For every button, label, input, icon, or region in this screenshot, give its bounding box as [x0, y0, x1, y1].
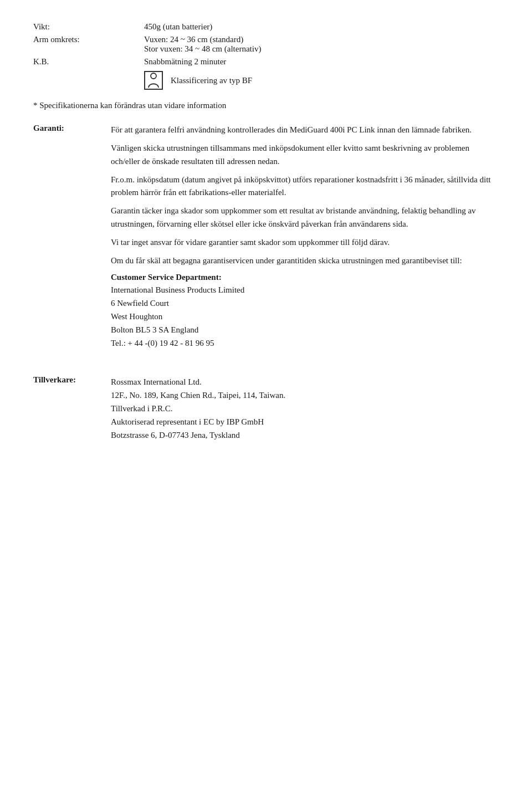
- garanti-paragraph-5: Vi tar inget ansvar för vidare garantier…: [111, 236, 499, 249]
- customer-service-heading: Customer Service Department:: [111, 273, 499, 282]
- arm-row: Arm omkrets: Vuxen: 24 ~ 36 cm (standard…: [33, 35, 499, 54]
- garanti-paragraph-6: Om du får skäl att begagna garantiservic…: [111, 254, 499, 267]
- garanti-paragraph-2: Vänligen skicka utrustningen tillsammans…: [111, 142, 499, 168]
- garanti-label: Garanti:: [33, 124, 111, 133]
- klassificering-label: Klassificering av typ BF: [171, 76, 252, 85]
- company-name: International Business Products Limited: [111, 283, 499, 297]
- tillverkare-authorized: Auktoriserad representant i EC by IBP Gm…: [111, 415, 499, 428]
- street: 6 Newfield Court: [111, 297, 499, 310]
- klassificering-row: Klassificering av typ BF: [33, 71, 499, 90]
- tillverkare-section: Tillverkare: Rossmax International Ltd. …: [33, 375, 499, 442]
- garanti-content: För att garantera felfri användning kont…: [111, 124, 499, 359]
- kb-label: K.B.: [33, 57, 144, 67]
- svg-point-0: [151, 73, 156, 79]
- tillverkare-address1: 12F., No. 189, Kang Chien Rd., Taipei, 1…: [111, 389, 499, 402]
- garanti-section: Garanti: För att garantera felfri använd…: [33, 124, 499, 359]
- tillverkare-label: Tillverkare:: [33, 375, 111, 385]
- county: Bolton BL5 3 SA England: [111, 323, 499, 336]
- garanti-paragraph-1: För att garantera felfri användning kont…: [111, 124, 499, 136]
- vikt-label: Vikt:: [33, 22, 144, 32]
- garanti-paragraph-4: Garantin täcker inga skador som uppkomme…: [111, 205, 499, 231]
- klassificering-content: Klassificering av typ BF: [144, 71, 499, 90]
- tillverkare-prc: Tillverkad i P.R.C.: [111, 402, 499, 415]
- phone: Tel.: + 44 -(0) 19 42 - 81 96 95: [111, 336, 499, 350]
- kb-value: Snabbmätning 2 minuter: [144, 57, 499, 67]
- spec-note: * Specifikationerna kan förändras utan v…: [33, 101, 499, 110]
- person-icon: [144, 71, 163, 90]
- arm-label: Arm omkrets:: [33, 35, 144, 44]
- customer-service-address: International Business Products Limited …: [111, 283, 499, 350]
- tillverkare-botz: Botzstrasse 6, D-07743 Jena, Tyskland: [111, 428, 499, 442]
- vikt-value: 450g (utan batterier): [144, 22, 499, 32]
- arm-value: Vuxen: 24 ~ 36 cm (standard) Stor vuxen:…: [144, 35, 499, 54]
- page-content: Vikt: 450g (utan batterier) Arm omkrets:…: [33, 22, 499, 442]
- vikt-row: Vikt: 450g (utan batterier): [33, 22, 499, 32]
- city: West Houghton: [111, 310, 499, 323]
- tillverkare-content: Rossmax International Ltd. 12F., No. 189…: [111, 375, 499, 442]
- arm-value-1: Vuxen: 24 ~ 36 cm (standard): [144, 35, 499, 44]
- tillverkare-company: Rossmax International Ltd.: [111, 375, 499, 389]
- arm-value-2: Stor vuxen: 34 ~ 48 cm (alternativ): [144, 44, 499, 54]
- garanti-paragraph-3: Fr.o.m. inköpsdatum (datum angivet på in…: [111, 173, 499, 200]
- customer-service-block: Customer Service Department: Internation…: [111, 273, 499, 350]
- kb-row: K.B. Snabbmätning 2 minuter: [33, 57, 499, 67]
